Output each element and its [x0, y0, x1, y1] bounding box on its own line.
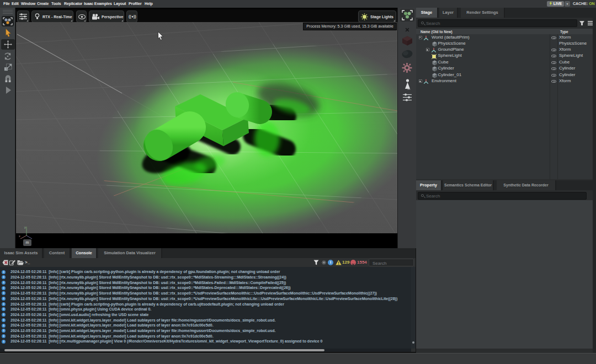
svg-text:y: y — [24, 226, 26, 229]
svg-text:x: x — [19, 234, 20, 238]
